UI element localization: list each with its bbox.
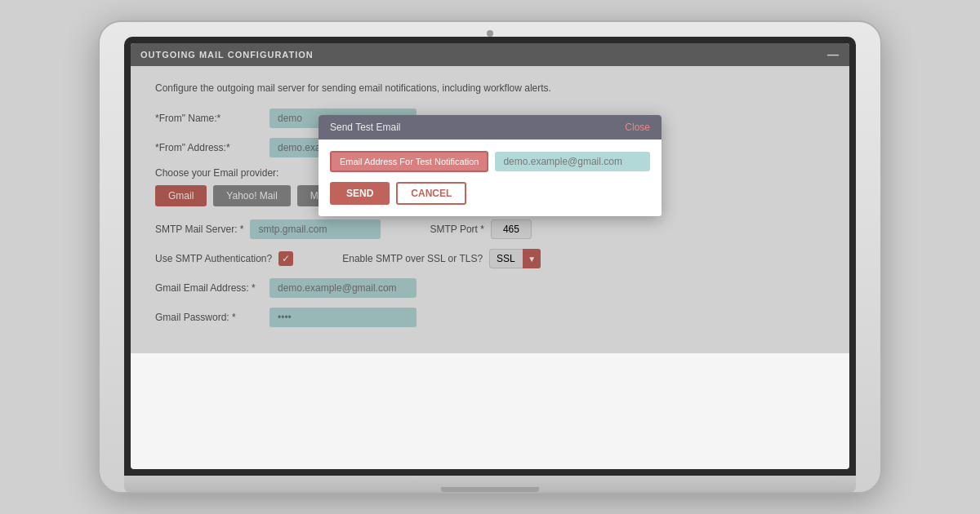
laptop-screen: OUTGOING MAIL CONFIGURATION — Configure … [131,43,849,469]
app-window: OUTGOING MAIL CONFIGURATION — Configure … [131,43,849,469]
modal-actions: SEND CANCEL [330,182,650,205]
modal-body: Email Address For Test Notification SEND… [318,140,662,216]
laptop-shell: OUTGOING MAIL CONFIGURATION — Configure … [98,20,882,494]
modal-input-row: Email Address For Test Notification [330,151,650,172]
laptop-camera [487,30,493,37]
modal-cancel-button[interactable]: CANCEL [396,182,466,205]
modal-email-input[interactable] [495,152,650,171]
minimize-button[interactable]: — [827,48,840,61]
send-test-email-modal: Send Test Email Close Email Address For … [318,115,662,216]
modal-titlebar: Send Test Email Close [318,115,662,140]
window-title: OUTGOING MAIL CONFIGURATION [140,50,314,60]
modal-close-button[interactable]: Close [625,122,650,133]
modal-overlay: Send Test Email Close Email Address For … [131,66,849,353]
window-titlebar: OUTGOING MAIL CONFIGURATION — [131,43,849,66]
modal-send-button[interactable]: SEND [330,182,390,205]
modal-email-label: Email Address For Test Notification [330,151,488,172]
window-content: Configure the outgoing mail server for s… [131,66,849,353]
modal-title: Send Test Email [330,122,401,133]
screen-bezel: OUTGOING MAIL CONFIGURATION — Configure … [124,37,856,476]
laptop-base [124,476,856,492]
